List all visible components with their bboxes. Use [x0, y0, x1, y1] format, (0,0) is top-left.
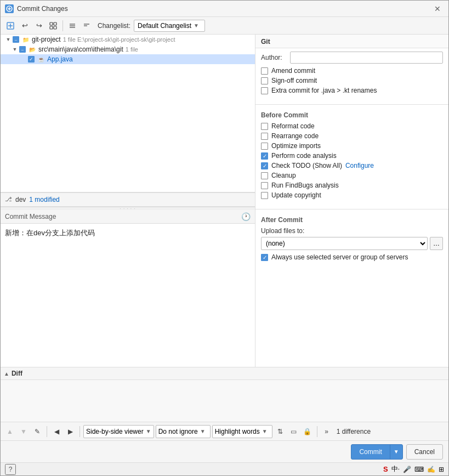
checkbox-signoff[interactable]: [261, 77, 268, 84]
author-input[interactable]: [290, 52, 443, 64]
next-diff-button[interactable]: ▶: [64, 426, 76, 438]
option-extra: Extra commit for .java > .kt renames: [261, 87, 443, 94]
optimize-label[interactable]: Optimize imports: [271, 142, 321, 150]
commit-message-textarea[interactable]: 新增：在dev分支上添加代码: [1, 224, 255, 367]
mic-icon[interactable]: 🎤: [403, 466, 411, 473]
tree-item-src[interactable]: ▼ – 📂 src\main\java\com\itheima\git 1 fi…: [1, 44, 255, 54]
checkbox-reformat[interactable]: [261, 123, 268, 130]
commit-message-header: Commit Message 🕐: [1, 210, 255, 224]
ime-mode-label[interactable]: 中·: [391, 464, 400, 474]
close-button[interactable]: ✕: [431, 3, 444, 14]
grid-icon[interactable]: ⊞: [439, 466, 444, 473]
git-section-title: Git: [255, 35, 448, 48]
highlight-dropdown[interactable]: Highlight words ▼: [212, 425, 272, 438]
redo-button[interactable]: ↪: [32, 19, 46, 32]
option-todo: ✓ Check TODO (Show All) Configure: [261, 162, 443, 169]
prev-diff-button[interactable]: ◀: [50, 426, 62, 438]
amend-label[interactable]: Amend commit: [271, 67, 315, 75]
before-commit-title: Before Commit: [261, 111, 443, 119]
upload-select[interactable]: (none): [261, 237, 428, 250]
checkbox-git-project[interactable]: –: [13, 36, 19, 43]
ignore-chevron-icon: ▼: [200, 428, 206, 434]
lock-button[interactable]: 🔒: [302, 426, 314, 438]
diff-header: ▲ Diff: [1, 367, 448, 380]
diff-section: ▲ Diff: [1, 367, 448, 422]
viewer-dropdown[interactable]: Side-by-side viewer ▼: [83, 425, 154, 438]
left-panel: ▼ – 📁 git-project 1 file E:\project-sk\g…: [1, 35, 255, 367]
changelist-label: Changelist:: [98, 22, 130, 30]
option-findbugs: Run FindBugs analysis: [261, 182, 443, 189]
group-button[interactable]: [47, 19, 60, 32]
ime-s-icon[interactable]: S: [383, 465, 388, 473]
svg-rect-6: [50, 22, 53, 25]
checkbox-cleanup[interactable]: [261, 172, 268, 179]
checkbox-analyze[interactable]: ✓: [261, 152, 268, 160]
diff-expand-icon[interactable]: ▲: [4, 371, 9, 377]
changelist-value: Default Changelist: [138, 22, 191, 30]
upload-dropdown-row: (none) …: [261, 237, 443, 250]
tree-item-git-project[interactable]: ▼ – 📁 git-project 1 file E:\project-sk\g…: [1, 35, 255, 44]
reformat-label[interactable]: Reformat code: [271, 122, 315, 130]
checkbox-todo[interactable]: ✓: [261, 162, 268, 169]
cleanup-label[interactable]: Cleanup: [271, 172, 296, 179]
checkbox-rearrange[interactable]: [261, 133, 268, 140]
commit-button[interactable]: Commit ▼: [351, 444, 402, 460]
changelist-dropdown[interactable]: Default Changelist ▼: [134, 20, 205, 32]
handwrite-icon[interactable]: ✍: [427, 466, 435, 473]
scroll-up-button[interactable]: ▲: [4, 426, 16, 438]
separator-1: [62, 20, 63, 31]
keyboard-icon[interactable]: ⌨: [414, 466, 424, 473]
checkbox-optimize[interactable]: [261, 143, 268, 150]
checkbox-extra[interactable]: [261, 87, 268, 94]
tree-item-app-java[interactable]: ✓ ☕ App.java: [1, 54, 255, 64]
file-tree[interactable]: ▼ – 📁 git-project 1 file E:\project-sk\g…: [1, 35, 255, 192]
more-button[interactable]: »: [321, 426, 333, 438]
add-button[interactable]: [4, 19, 17, 32]
checkbox-copyright[interactable]: [261, 192, 268, 199]
todo-label[interactable]: Check TODO (Show All): [271, 162, 342, 169]
collapse-src-icon[interactable]: ▼: [12, 46, 18, 53]
commit-dropdown-arrow[interactable]: ▼: [390, 445, 402, 459]
upload-label: Upload files to:: [261, 227, 443, 235]
history-icon[interactable]: 🕐: [241, 212, 251, 221]
checkbox-always-upload[interactable]: ✓: [261, 254, 268, 261]
help-button[interactable]: ?: [5, 464, 16, 475]
expand-button[interactable]: [66, 19, 79, 32]
edit-button[interactable]: ✎: [31, 426, 43, 438]
scroll-down-button[interactable]: ▼: [18, 426, 30, 438]
src-label: src\main\java\com\itheima\git: [38, 46, 123, 53]
upload-browse-button[interactable]: …: [430, 237, 443, 250]
commit-button-label[interactable]: Commit: [351, 445, 390, 459]
extra-label[interactable]: Extra commit for .java > .kt renames: [271, 87, 377, 94]
separator-bottom-3: [317, 426, 317, 437]
git-project-meta: 1 file E:\project-sk\git-project-sk\git-…: [63, 36, 175, 43]
collapse-icon[interactable]: ▼: [5, 36, 12, 43]
cancel-button[interactable]: Cancel: [406, 444, 443, 460]
undo-button[interactable]: ↩: [18, 19, 31, 32]
modified-count[interactable]: 1 modified: [29, 196, 59, 203]
configure-link[interactable]: Configure: [345, 162, 374, 169]
ignore-dropdown[interactable]: Do not ignore ▼: [156, 425, 211, 438]
signoff-label[interactable]: Sign-off commit: [271, 77, 317, 84]
rearrange-label[interactable]: Rearrange code: [271, 132, 319, 140]
panel-button[interactable]: ▭: [288, 426, 300, 438]
checkbox-findbugs[interactable]: [261, 182, 268, 189]
title-bar: Commit Changes ✕: [1, 1, 448, 17]
checkbox-app-java[interactable]: ✓: [28, 56, 35, 63]
bottom-status-bar: ? S 中· 🎤 ⌨ ✍ ⊞: [1, 462, 448, 475]
option-rearrange: Rearrange code: [261, 132, 443, 140]
sync-scroll-button[interactable]: ⇅: [274, 426, 286, 438]
copyright-label[interactable]: Update copyright: [271, 191, 321, 199]
analyze-label[interactable]: Perform code analysis: [271, 152, 337, 160]
collapse-button[interactable]: [80, 19, 93, 32]
checkbox-src[interactable]: –: [19, 46, 26, 53]
toolbar: ↩ ↪ Changelist: Default Changelist ▼: [1, 17, 448, 35]
ignore-label: Do not ignore: [158, 428, 198, 435]
option-always-upload: ✓ Always use selected server or group of…: [261, 253, 443, 261]
findbugs-label[interactable]: Run FindBugs analysis: [271, 182, 339, 189]
svg-rect-9: [54, 26, 56, 29]
folder-icon: 📁: [21, 36, 30, 43]
always-upload-label[interactable]: Always use selected server or group of s…: [271, 253, 408, 261]
viewer-chevron-icon: ▼: [146, 428, 151, 434]
checkbox-amend[interactable]: [261, 67, 268, 75]
